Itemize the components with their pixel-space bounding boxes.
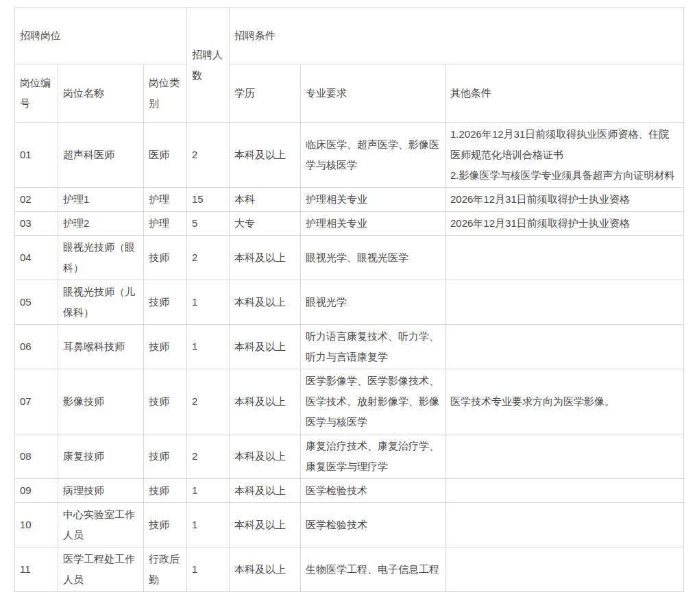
cell-major-requirement: 生物医学工程、电子信息工程 <box>301 547 445 592</box>
cell-position-code: 09 <box>15 479 58 503</box>
cell-position-code: 07 <box>15 369 58 434</box>
cell-position-code: 08 <box>15 434 58 479</box>
cell-recruit-count: 1 <box>187 479 230 503</box>
cell-other-conditions <box>445 434 684 479</box>
recruitment-table: 招聘岗位 招聘人数 招聘条件 岗位编号 岗位名称 岗位类别 学历 专业要求 其他… <box>14 7 684 592</box>
table-row: 06耳鼻喉科技师技师1本科及以上听力语言康复技术、听力学、听力与言语康复学 <box>15 325 684 369</box>
cell-other-conditions: 2026年12月31日前须取得护士执业资格 <box>445 212 684 236</box>
cell-position-name: 超声科医师 <box>58 123 144 188</box>
cell-education: 本科及以上 <box>230 479 301 503</box>
cell-position-name: 医学工程处工作人员 <box>58 547 144 592</box>
cell-education: 本科及以上 <box>230 280 301 325</box>
cell-education: 本科 <box>230 188 301 212</box>
cell-other-conditions: 1.2026年12月31日前须取得执业医师资格、住院医师规范化培训合格证书2.影… <box>445 123 684 188</box>
header-position-name: 岗位名称 <box>58 64 144 123</box>
cell-recruit-count: 15 <box>187 188 230 212</box>
header-other-conditions: 其他条件 <box>445 64 684 123</box>
cell-education: 本科及以上 <box>230 369 301 434</box>
cell-recruit-count: 2 <box>187 369 230 434</box>
header-recruit-count: 招聘人数 <box>187 8 230 123</box>
cell-recruit-count: 5 <box>187 212 230 236</box>
cell-position-name: 中心实验室工作人员 <box>58 503 144 547</box>
cell-major-requirement: 医学影像学、医学影像技术、医学技术、放射影像学、影像医学与核医学 <box>301 369 445 434</box>
cell-position-category: 技师 <box>144 236 187 280</box>
cell-education: 本科及以上 <box>230 547 301 592</box>
cell-other-conditions <box>445 236 684 280</box>
header-recruit-position-group: 招聘岗位 <box>15 8 187 64</box>
cell-major-requirement: 听力语言康复技术、听力学、听力与言语康复学 <box>301 325 445 369</box>
page: 招聘岗位 招聘人数 招聘条件 岗位编号 岗位名称 岗位类别 学历 专业要求 其他… <box>0 0 697 616</box>
header-position-code: 岗位编号 <box>15 64 58 123</box>
cell-position-name: 耳鼻喉科技师 <box>58 325 144 369</box>
cell-major-requirement: 医学检验技术 <box>301 503 445 547</box>
cell-position-category: 医师 <box>144 123 187 188</box>
table-row: 02护理1护理15本科护理相关专业2026年12月31日前须取得护士执业资格 <box>15 188 684 212</box>
table-row: 07影像技师技师2本科及以上医学影像学、医学影像技术、医学技术、放射影像学、影像… <box>15 369 684 434</box>
header-major-requirement: 专业要求 <box>301 64 445 123</box>
cell-education: 本科及以上 <box>230 434 301 479</box>
cell-position-name: 护理2 <box>58 212 144 236</box>
table-row: 10中心实验室工作人员技师1本科及以上医学检验技术 <box>15 503 684 547</box>
cell-other-conditions <box>445 479 684 503</box>
table-row: 03护理2护理5大专护理相关专业2026年12月31日前须取得护士执业资格 <box>15 212 684 236</box>
cell-position-code: 10 <box>15 503 58 547</box>
cell-position-category: 技师 <box>144 369 187 434</box>
cell-education: 本科及以上 <box>230 503 301 547</box>
cell-other-conditions: 2026年12月31日前须取得护士执业资格 <box>445 188 684 212</box>
cell-major-requirement: 康复治疗技术、康复治疗学、康复医学与理疗学 <box>301 434 445 479</box>
cell-position-code: 11 <box>15 547 58 592</box>
header-position-category: 岗位类别 <box>144 64 187 123</box>
other-condition-line: 1.2026年12月31日前须取得执业医师资格、住院医师规范化培训合格证书 <box>450 124 678 165</box>
cell-education: 本科及以上 <box>230 236 301 280</box>
cell-recruit-count: 2 <box>187 123 230 188</box>
table-row: 09病理技师技师1本科及以上医学检验技术 <box>15 479 684 503</box>
cell-other-conditions <box>445 547 684 592</box>
cell-position-category: 技师 <box>144 325 187 369</box>
cell-position-name: 眼视光技师（眼科） <box>58 236 144 280</box>
cell-major-requirement: 医学检验技术 <box>301 479 445 503</box>
table-row: 04眼视光技师（眼科）技师2本科及以上眼视光学、眼视光医学 <box>15 236 684 280</box>
cell-other-conditions <box>445 325 684 369</box>
cell-major-requirement: 眼视光学 <box>301 280 445 325</box>
cell-other-conditions <box>445 503 684 547</box>
table-row: 11医学工程处工作人员行政后勤1本科及以上生物医学工程、电子信息工程 <box>15 547 684 592</box>
table-header: 招聘岗位 招聘人数 招聘条件 岗位编号 岗位名称 岗位类别 学历 专业要求 其他… <box>15 8 684 123</box>
cell-position-name: 病理技师 <box>58 479 144 503</box>
header-row-group: 招聘岗位 招聘人数 招聘条件 <box>15 8 684 64</box>
cell-major-requirement: 护理相关专业 <box>301 212 445 236</box>
cell-education: 本科及以上 <box>230 123 301 188</box>
cell-major-requirement: 眼视光学、眼视光医学 <box>301 236 445 280</box>
cell-recruit-count: 2 <box>187 236 230 280</box>
cell-position-code: 02 <box>15 188 58 212</box>
cell-recruit-count: 1 <box>187 547 230 592</box>
cell-education: 大专 <box>230 212 301 236</box>
cell-position-category: 技师 <box>144 503 187 547</box>
cell-position-name: 护理1 <box>58 188 144 212</box>
header-row-columns: 岗位编号 岗位名称 岗位类别 学历 专业要求 其他条件 <box>15 64 684 123</box>
cell-position-category: 技师 <box>144 434 187 479</box>
table-row: 05眼视光技师（儿保科）技师1本科及以上眼视光学 <box>15 280 684 325</box>
cell-position-code: 05 <box>15 280 58 325</box>
cell-position-code: 01 <box>15 123 58 188</box>
cell-other-conditions: 医学技术专业要求方向为医学影像。 <box>445 369 684 434</box>
table-body: 01超声科医师医师2本科及以上临床医学、超声医学、影像医学与核医学1.2026年… <box>15 123 684 592</box>
cell-major-requirement: 护理相关专业 <box>301 188 445 212</box>
cell-position-category: 护理 <box>144 188 187 212</box>
other-condition-line: 2.影像医学与核医学专业须具备超声方向证明材料 <box>450 165 678 186</box>
cell-position-category: 技师 <box>144 479 187 503</box>
cell-recruit-count: 1 <box>187 503 230 547</box>
cell-position-name: 影像技师 <box>58 369 144 434</box>
table-row: 08康复技师技师2本科及以上康复治疗技术、康复治疗学、康复医学与理疗学 <box>15 434 684 479</box>
cell-recruit-count: 2 <box>187 434 230 479</box>
cell-position-category: 行政后勤 <box>144 547 187 592</box>
cell-other-conditions <box>445 280 684 325</box>
cell-position-code: 04 <box>15 236 58 280</box>
header-recruit-conditions-group: 招聘条件 <box>230 8 684 64</box>
cell-position-name: 眼视光技师（儿保科） <box>58 280 144 325</box>
cell-position-code: 03 <box>15 212 58 236</box>
cell-recruit-count: 1 <box>187 280 230 325</box>
header-education: 学历 <box>230 64 301 123</box>
cell-position-category: 技师 <box>144 280 187 325</box>
table-row: 01超声科医师医师2本科及以上临床医学、超声医学、影像医学与核医学1.2026年… <box>15 123 684 188</box>
cell-position-name: 康复技师 <box>58 434 144 479</box>
